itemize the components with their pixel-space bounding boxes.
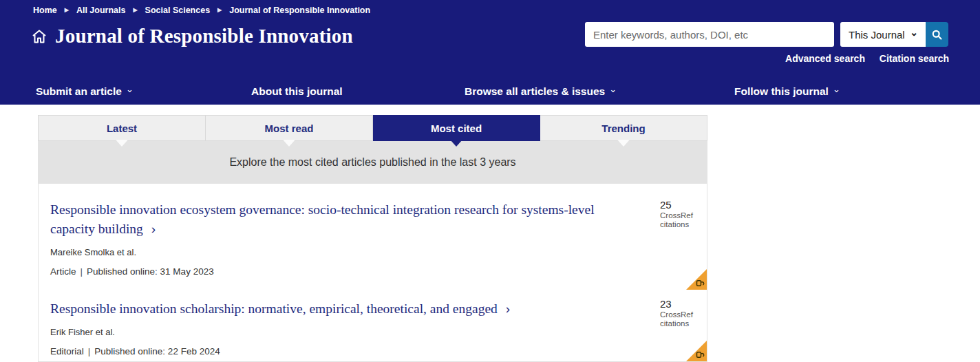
page: Home ▶ All Journals ▶ Social Sciences ▶ … [0,0,980,362]
tab-label: Trending [601,123,645,134]
journal-brand: Journal of Responsible Innovation [31,25,353,47]
citation-search-link[interactable]: Citation search [880,53,949,64]
article-authors: Erik Fisher et al. [50,327,624,337]
citations-source: CrossRef [660,310,699,319]
chevron-down-icon: ⌄ [126,87,134,91]
chevron-down-icon: ⌄ [833,87,840,91]
search-scope-select[interactable]: This Journal ⌄ [840,22,926,47]
nav-label: Browse all articles & issues [465,85,605,98]
open-access-lock-icon [695,350,705,360]
search-scope-group: This Journal ⌄ [840,22,948,47]
chevron-right-icon: › [151,222,156,236]
citations-count: 25 [660,200,699,209]
citations-badge: 23 CrossRef citations [660,299,699,328]
nav-browse-all-articles-issues[interactable]: Browse all articles & issues ⌄ [465,78,617,105]
article-published-date: Published online: 31 May 2023 [87,266,214,277]
tab-label: Most cited [431,123,482,134]
tab-label: Most read [265,123,314,134]
tab-label: Latest [107,123,137,134]
article-row: Responsible innovation ecosystem governa… [38,184,707,290]
search-input[interactable] [585,22,834,47]
citations-badge: 25 CrossRef citations [660,200,699,229]
nav-about-this-journal[interactable]: About this journal [251,78,343,105]
home-icon[interactable] [31,28,47,45]
nav-submit-an-article[interactable]: Submit an article ⌄ [36,78,134,105]
content-panel: Latest Most read Most cited Trending Exp… [38,115,707,362]
citations-source: CrossRef [660,211,699,220]
meta-separator: | [81,266,83,277]
header-main: Journal of Responsible Innovation This J… [0,17,980,64]
breadcrumb-arrow-icon: ▶ [65,8,69,13]
breadcrumb-arrow-icon: ▶ [217,8,222,13]
search-scope-value: This Journal [849,29,905,41]
breadcrumb-link-social-sciences[interactable]: Social Sciences [145,6,211,15]
article-title-link[interactable]: Responsible innovation scholarship: norm… [50,301,510,316]
nav-label: About this journal [251,85,343,98]
tab-trending[interactable]: Trending [540,115,707,141]
tab-notch [283,140,295,147]
citations-word: citations [660,220,699,229]
breadcrumb: Home ▶ All Journals ▶ Social Sciences ▶ … [0,0,980,17]
search-area: This Journal ⌄ [585,22,949,64]
article-title: Responsible innovation ecosystem governa… [50,202,595,236]
citations-count: 23 [660,299,699,308]
advanced-search-link[interactable]: Advanced search [785,53,865,64]
search-icon [931,29,943,41]
search-button[interactable] [926,22,948,47]
breadcrumb-current-page: Journal of Responsible Innovation [229,6,370,15]
search-links: Advanced search Citation search [585,53,949,64]
nav-follow-this-journal[interactable]: Follow this journal ⌄ [734,78,840,105]
chevron-down-icon: ⌄ [910,30,918,35]
main-nav: Submit an article ⌄ About this journal B… [0,78,980,105]
open-access-lock-icon [695,278,705,288]
tab-panel-description: Explore the most cited articles publishe… [38,141,707,184]
article-row: Responsible innovation scholarship: norm… [38,290,707,362]
journal-title: Journal of Responsible Innovation [55,25,353,47]
tab-most-cited[interactable]: Most cited [373,115,540,141]
tab-bar: Latest Most read Most cited Trending [38,115,707,141]
breadcrumb-link-home[interactable]: Home [33,6,57,15]
site-header: Home ▶ All Journals ▶ Social Sciences ▶ … [0,0,980,105]
nav-label: Submit an article [36,85,122,98]
article-authors: Mareike Smolka et al. [50,247,624,257]
citations-word: citations [660,319,699,328]
tab-notch [617,140,630,147]
article-meta: Editorial|Published online: 22 Feb 2024 [50,346,624,356]
breadcrumb-link-all-journals[interactable]: All Journals [76,6,126,15]
article-type: Editorial [50,346,84,356]
breadcrumb-arrow-icon: ▶ [133,8,137,13]
article-published-date: Published online: 22 Feb 2024 [94,346,220,356]
tab-most-read[interactable]: Most read [206,115,373,141]
article-meta: Article|Published online: 31 May 2023 [50,266,624,277]
article-title: Responsible innovation scholarship: norm… [50,301,498,316]
chevron-right-icon: › [506,301,510,316]
article-type: Article [50,266,76,277]
tab-latest[interactable]: Latest [38,115,206,141]
meta-separator: | [88,346,91,356]
tab-notch [450,140,462,147]
nav-label: Follow this journal [734,85,829,98]
article-title-link[interactable]: Responsible innovation ecosystem governa… [50,202,595,236]
article-list: Responsible innovation ecosystem governa… [38,184,707,362]
tab-notch [116,140,128,147]
chevron-down-icon: ⌄ [609,87,617,91]
